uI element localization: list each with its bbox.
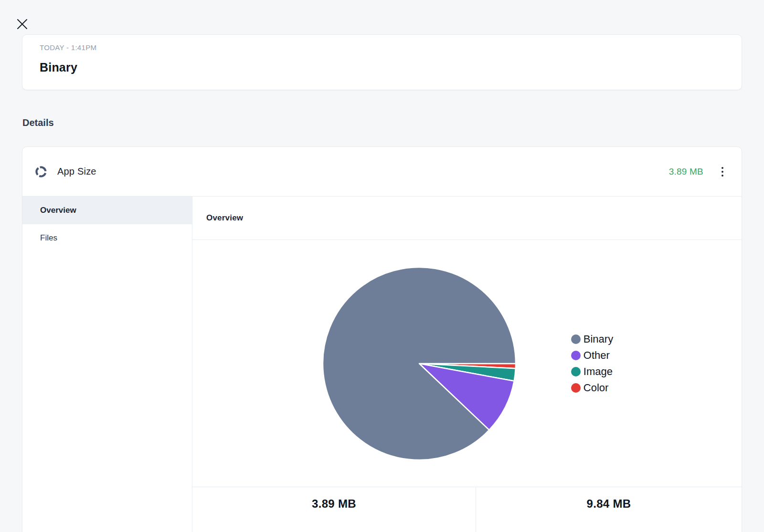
record-title: Binary [40, 61, 724, 74]
legend-item-image: Image [571, 364, 613, 380]
pie-chart-area: BinaryOtherImageColor [192, 240, 742, 487]
app-size-card: App Size 3.89 MB Overview Files Overview… [22, 146, 742, 532]
stat-cell-download: 3.89 MB [192, 487, 476, 532]
legend-dot [571, 334, 581, 344]
kebab-dot [722, 175, 723, 177]
stat-value: 3.89 MB [312, 497, 356, 511]
kebab-dot [722, 171, 723, 173]
close-button[interactable] [15, 17, 29, 31]
tab-files[interactable]: Files [22, 224, 192, 252]
legend-item-other: Other [571, 347, 613, 364]
stats-row: 3.89 MB 9.84 MB [192, 487, 742, 532]
legend-label: Image [584, 365, 613, 378]
legend-item-binary: Binary [571, 331, 613, 347]
stat-cell-install: 9.84 MB [476, 487, 742, 532]
legend-label: Binary [584, 333, 613, 345]
stat-value: 9.84 MB [587, 497, 631, 511]
details-heading: Details [22, 117, 742, 128]
pie-slice-binary[interactable] [323, 267, 516, 459]
record-header-card: TODAY - 1:41PM Binary [22, 34, 742, 90]
app-size-total: 3.89 MB [669, 167, 703, 177]
kebab-menu-button[interactable] [718, 164, 727, 179]
app-size-label: App Size [57, 166, 96, 177]
pie-chart[interactable] [321, 265, 518, 462]
legend-label: Other [584, 349, 610, 362]
legend-label: Color [584, 382, 609, 394]
kebab-dot [722, 167, 723, 169]
pie-legend: BinaryOtherImageColor [571, 331, 613, 396]
overview-panel: Overview BinaryOtherImageColor 3.89 MB 9… [192, 197, 742, 532]
app-size-card-body: Overview Files Overview BinaryOtherImage… [22, 197, 742, 532]
sidebar-tabs: Overview Files [22, 197, 192, 532]
close-icon [17, 19, 28, 30]
record-timestamp: TODAY - 1:41PM [40, 43, 724, 52]
app-size-card-header: App Size 3.89 MB [22, 147, 742, 197]
legend-dot [571, 367, 581, 376]
tab-overview[interactable]: Overview [22, 197, 192, 224]
legend-item-color: Color [571, 380, 613, 396]
section-title: Overview [192, 197, 742, 240]
legend-dot [571, 351, 581, 360]
app-size-icon [35, 166, 47, 178]
legend-dot [571, 383, 581, 393]
